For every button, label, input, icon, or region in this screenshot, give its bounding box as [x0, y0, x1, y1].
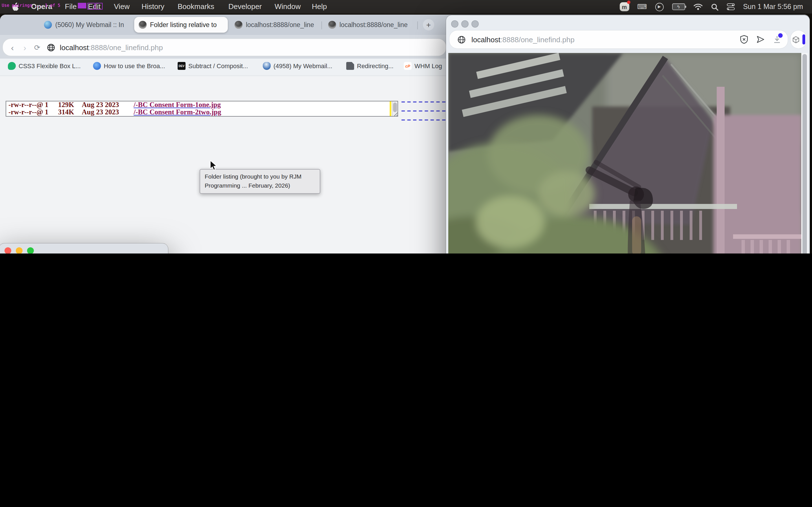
close-window-button[interactable]	[451, 20, 458, 27]
broadcast-bookmark-icon	[93, 62, 101, 70]
bookmark-label: CSS3 Flexible Box L...	[18, 62, 81, 69]
text-cursor-highlight	[389, 101, 391, 116]
bookmark-label: (4958) My Webmail...	[273, 62, 333, 69]
menu-history[interactable]: History	[142, 2, 164, 11]
url-path: :8888/one_linefind.php	[89, 43, 163, 52]
spotlight-search-icon[interactable]	[711, 3, 718, 10]
wifi-icon[interactable]	[693, 3, 702, 10]
iframe-dashed-border	[402, 119, 446, 121]
webmail-favicon	[44, 21, 52, 29]
new-tab-button[interactable]: +	[423, 19, 434, 31]
bookmark-label: WHM Log	[414, 62, 442, 69]
cpanel-bookmark-icon: cP	[404, 62, 412, 70]
menu-bookmarks[interactable]: Bookmarks	[177, 2, 214, 11]
css3-bookmark-icon	[8, 62, 16, 70]
play-circle-icon[interactable]: ▶	[655, 3, 663, 11]
tab-label: Folder listing relative to	[150, 21, 217, 28]
localhost-favicon	[328, 21, 336, 29]
extension-pill[interactable]	[791, 31, 806, 48]
extension-indicator-bar	[802, 34, 805, 45]
bookmark-redirecting[interactable]: Redirecting...	[346, 62, 394, 70]
url-host: localhost	[471, 35, 500, 44]
file-size: 314K	[58, 109, 82, 116]
globe-icon	[47, 43, 55, 52]
menu-window[interactable]: Window	[274, 2, 301, 11]
url-host: localhost	[60, 43, 89, 52]
keyboard-icon[interactable]: ⌨	[638, 2, 647, 11]
tab-divider	[321, 21, 322, 29]
tab-label: localhost:8888/one_line	[340, 21, 408, 28]
screen-share-overlay-text: Use pairings ... 1 of 5	[2, 3, 60, 8]
bookmark-label: Subtract / Composit...	[188, 62, 248, 69]
mouse-cursor	[210, 160, 217, 171]
url-path: :8888/one_linefind.php	[500, 35, 574, 44]
vertical-scrollbar[interactable]	[801, 53, 808, 253]
tab-divider	[417, 21, 418, 29]
control-center-icon[interactable]	[726, 3, 734, 10]
bookmark-label: How to use the Broa...	[104, 62, 165, 69]
zoom-window-button[interactable]	[27, 247, 34, 253]
close-window-button[interactable]	[4, 247, 11, 253]
file-link[interactable]: /-BC Consent Form-2two.jpg	[134, 108, 221, 116]
address-bar[interactable]: localhost:8888/one_linefind.php	[449, 31, 788, 48]
minimize-window-button[interactable]	[461, 20, 469, 27]
desktop-stage: Opera File Edit View History Bookmarks D…	[0, 0, 812, 253]
address-bar[interactable]: ‹ › ⟳ localhost:8888/one_linefind.php	[2, 38, 447, 56]
vertical-scrollbar-thumb[interactable]	[802, 54, 807, 253]
minimize-window-button[interactable]	[16, 247, 22, 253]
shield-block-icon[interactable]	[740, 35, 748, 44]
overlay-artifact-box	[95, 3, 103, 10]
file-permissions: -rw-r--r--@ 1	[8, 101, 58, 109]
directory-listing-box[interactable]: -rw-r--r--@ 1129KAug 23 2023/-BC Consent…	[6, 101, 398, 117]
bookmark-webmail[interactable]: (4958) My Webmail...	[263, 62, 333, 70]
download-badge	[778, 33, 783, 38]
bookmark-whm[interactable]: cP WHM Log	[404, 62, 442, 70]
tab-localhost-1[interactable]: localhost:8888/one_line	[230, 17, 326, 33]
tooltip: Folder listing (brought to you by RJM Pr…	[200, 169, 320, 193]
video-content[interactable]: Ho	[448, 53, 801, 253]
overlay-artifact-box	[87, 3, 95, 10]
menu-developer[interactable]: Developer	[229, 2, 262, 11]
zoom-window-button[interactable]	[471, 20, 479, 27]
menubar-clock[interactable]: Sun 1 Mar 5:56 pm	[743, 3, 803, 11]
download-icon[interactable]	[773, 36, 781, 43]
music-app-menubar-icon[interactable]: m	[619, 2, 629, 11]
dev-bookmark-icon: DEV	[177, 62, 186, 70]
bookmark-broadcast[interactable]: How to use the Broa...	[93, 62, 165, 70]
file-date: Aug 23 2023	[82, 109, 134, 116]
reload-button[interactable]: ⟳	[31, 43, 43, 52]
localhost-favicon	[235, 21, 243, 29]
tab-label: localhost:8888/one_line	[246, 21, 314, 28]
tab-localhost-2[interactable]: localhost:8888/one_line	[324, 17, 423, 33]
menubar-status-area: m ⌨ ▶ ϟ Sun 1 Mar 5:56 pm	[619, 0, 803, 13]
send-icon[interactable]	[756, 36, 765, 43]
localhost-favicon	[139, 21, 147, 29]
tab-webmail[interactable]: (5060) My Webmail :: In	[40, 17, 140, 33]
file-size: 129K	[58, 101, 82, 109]
bookmark-css3[interactable]: CSS3 Flexible Box L...	[8, 62, 81, 70]
forward-button[interactable]: ›	[18, 43, 31, 52]
back-button[interactable]: ‹	[6, 43, 18, 52]
file-permissions: -rw-r--r--@ 1	[8, 109, 58, 116]
tab-label: (5060) My Webmail :: In	[55, 21, 124, 28]
iframe-dashed-border	[402, 101, 446, 103]
listing-row: -rw-r--r--@ 1314KAug 23 2023/-BC Consent…	[6, 109, 398, 116]
battery-charging-icon[interactable]: ϟ	[672, 3, 685, 10]
cube-icon[interactable]	[792, 36, 799, 43]
webmail-bookmark-icon	[263, 62, 271, 70]
house-video-scene: Ho	[448, 53, 801, 253]
menu-bar: Opera File Edit View History Bookmarks D…	[0, 0, 812, 13]
overlay-artifact-box	[78, 3, 86, 8]
listing-scrollbar-thumb[interactable]	[393, 102, 397, 112]
tab-folder-listing-active[interactable]: Folder listing relative to	[134, 17, 228, 33]
menu-help[interactable]: Help	[312, 2, 327, 11]
menu-view[interactable]: View	[114, 2, 130, 11]
popup-window-large: localhost:8888/one_linefind.php	[446, 15, 810, 253]
file-link[interactable]: /-BC Consent Form-1one.jpg	[134, 101, 221, 109]
bookmark-dev[interactable]: DEV Subtract / Composit...	[177, 62, 248, 70]
iframe-dashed-border	[402, 110, 446, 112]
popup-toolbar: localhost:8888/one_linefind.php	[446, 29, 810, 52]
menu-file[interactable]: File	[65, 2, 77, 11]
popup-window-small: localhost:8888/	[0, 243, 168, 253]
resize-handle-icon[interactable]	[393, 111, 398, 117]
